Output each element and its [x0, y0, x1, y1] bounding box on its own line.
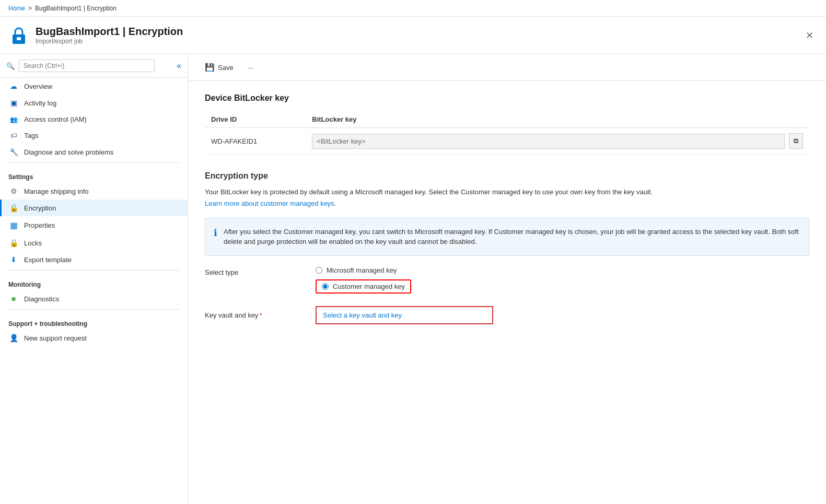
page-header: BugBashImport1 | Encryption Import/expor…	[0, 17, 826, 54]
sidebar: 🔍 « ☁ Overview ▣ Activity log 👥 Access c…	[0, 54, 188, 504]
support-icon: 👤	[8, 334, 19, 342]
resource-icon	[8, 25, 29, 46]
close-button[interactable]: ✕	[801, 28, 818, 43]
radio-customer-label: Customer managed key	[333, 283, 405, 290]
nav-activity-label: Activity log	[24, 99, 56, 107]
nav-tags-label: Tags	[24, 132, 38, 139]
drive-id-cell: WD-AFAKEID1	[205, 128, 306, 155]
nav-diagnostics-label: Diagnostics	[24, 295, 59, 303]
encryption-description: Your BitLocker key is protected by defau…	[205, 187, 809, 197]
activity-icon: ▣	[8, 99, 19, 107]
overview-icon: ☁	[8, 82, 19, 90]
key-vault-row: Key vault and key* Select a key vault an…	[205, 306, 809, 324]
collapse-button[interactable]: «	[177, 61, 181, 71]
bitlocker-key-input[interactable]	[312, 134, 785, 149]
search-icon: 🔍	[6, 62, 15, 70]
radio-microsoft-label: Microsoft managed key	[327, 266, 397, 274]
svg-rect-1	[17, 37, 21, 40]
breadcrumb: Home > BugBashImport1 | Encryption	[0, 0, 826, 17]
bitlocker-table: Drive ID BitLocker key WD-AFAKEID1 ⧉	[205, 111, 809, 155]
nav-diagnose-label: Diagnose and solve problems	[24, 148, 113, 156]
key-vault-label: Key vault and key*	[205, 311, 299, 319]
nav-access-control[interactable]: 👥 Access control (IAM)	[0, 111, 188, 127]
save-button[interactable]: 💾 Save	[201, 61, 238, 74]
copy-button[interactable]: ⧉	[789, 133, 803, 149]
select-type-label: Select type	[205, 266, 299, 276]
radio-customer-input[interactable]	[322, 283, 329, 290]
nav-properties[interactable]: ▦ Properties	[0, 216, 188, 235]
breadcrumb-current: BugBashImport1 | Encryption	[35, 5, 117, 12]
monitoring-section-label: Monitoring	[0, 273, 188, 290]
search-input[interactable]	[19, 60, 155, 72]
toolbar: 💾 Save ···	[188, 54, 826, 81]
nav-export-label: Export template	[24, 256, 72, 264]
export-icon: ⬇	[8, 255, 19, 264]
content-area: 💾 Save ··· Device BitLocker key Drive ID…	[188, 54, 826, 504]
search-container: 🔍 «	[0, 54, 188, 78]
support-section-label: Support + troubleshooting	[0, 312, 188, 330]
bitlocker-key-cell: ⧉	[306, 128, 809, 155]
nav-shipping-label: Manage shipping info	[24, 187, 89, 195]
nav-shipping[interactable]: ⚙ Manage shipping info	[0, 183, 188, 200]
key-vault-input[interactable]: Select a key vault and key	[316, 306, 493, 324]
nav-encryption[interactable]: 🔒 Encryption	[0, 200, 188, 216]
col-bitlocker-key: BitLocker key	[306, 111, 809, 128]
diagnose-icon: 🔧	[8, 148, 19, 156]
bitlocker-section-title: Device BitLocker key	[205, 93, 809, 103]
nav-overview[interactable]: ☁ Overview	[0, 78, 188, 95]
info-icon: ℹ	[214, 227, 217, 247]
nav-support-label: New support request	[24, 334, 87, 342]
info-message: After you select the Customer managed ke…	[224, 227, 800, 247]
nav-locks-label: Locks	[24, 239, 42, 247]
nav-activity-log[interactable]: ▣ Activity log	[0, 95, 188, 111]
radio-microsoft[interactable]: Microsoft managed key	[316, 266, 411, 274]
radio-microsoft-input[interactable]	[316, 267, 322, 274]
select-type-row: Select type Microsoft managed key Custom…	[205, 266, 809, 294]
page-subtitle: Import/export job	[36, 38, 183, 45]
learn-more-link[interactable]: Learn more about customer managed keys.	[205, 200, 336, 207]
nav-locks[interactable]: 🔒 Locks	[0, 235, 188, 251]
nav-export[interactable]: ⬇ Export template	[0, 251, 188, 268]
table-row: WD-AFAKEID1 ⧉	[205, 128, 809, 155]
save-icon: 💾	[205, 63, 215, 72]
save-label: Save	[218, 64, 234, 72]
access-icon: 👥	[8, 116, 19, 123]
diagnostics-icon: ■	[8, 295, 19, 303]
shipping-icon: ⚙	[8, 187, 19, 195]
radio-group: Microsoft managed key Customer managed k…	[316, 266, 411, 294]
nav-properties-label: Properties	[24, 221, 55, 229]
key-vault-placeholder: Select a key vault and key	[323, 311, 402, 319]
tags-icon: 🏷	[8, 132, 19, 139]
radio-customer[interactable]: Customer managed key	[316, 279, 411, 294]
breadcrumb-home[interactable]: Home	[8, 5, 25, 12]
col-drive-id: Drive ID	[205, 111, 306, 128]
nav-tags[interactable]: 🏷 Tags	[0, 127, 188, 144]
nav-diagnostics[interactable]: ■ Diagnostics	[0, 290, 188, 307]
breadcrumb-sep: >	[28, 5, 32, 12]
nav-diagnose[interactable]: 🔧 Diagnose and solve problems	[0, 144, 188, 160]
required-star: *	[260, 311, 262, 319]
settings-section-label: Settings	[0, 165, 188, 183]
nav-support-request[interactable]: 👤 New support request	[0, 330, 188, 346]
locks-icon: 🔒	[8, 239, 19, 247]
encryption-type-title: Encryption type	[205, 171, 809, 181]
nav-access-label: Access control (IAM)	[24, 115, 87, 123]
info-box: ℹ After you select the Customer managed …	[205, 218, 809, 256]
more-button[interactable]: ···	[244, 62, 258, 74]
encryption-icon: 🔒	[8, 204, 19, 212]
nav-encryption-label: Encryption	[24, 204, 56, 212]
page-title: BugBashImport1 | Encryption	[36, 26, 183, 38]
properties-icon: ▦	[8, 220, 19, 230]
nav-overview-label: Overview	[24, 83, 52, 90]
